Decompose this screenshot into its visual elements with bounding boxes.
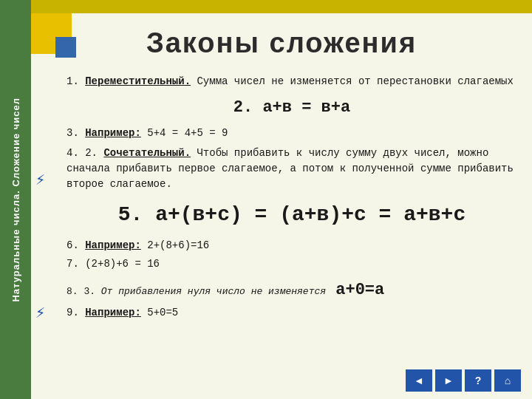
- lightning-icon-1: ⚡: [35, 170, 45, 190]
- page-title: Законы сложения: [146, 27, 417, 59]
- item3-text: 5+4 = 4+5 = 9: [141, 127, 228, 139]
- lightning-icon-2: ⚡: [35, 303, 45, 323]
- item8-label: 8. 3.: [66, 286, 101, 297]
- content-area: 1. Переместительный. Сумма чисел не изме…: [66, 74, 517, 355]
- item-9: 9. Например: 5+0=5: [66, 305, 517, 321]
- left-bar: Натуральные числа. Сложение чисел: [0, 0, 31, 399]
- item-1: 1. Переместительный. Сумма чисел не изме…: [66, 74, 517, 89]
- item9-text: 5+0=5: [141, 307, 178, 318]
- item9-label: 9.: [66, 307, 85, 318]
- item4-label: 4. 2.: [66, 147, 103, 159]
- item3-underline: Например:: [85, 127, 141, 139]
- item1-bold: Переместительный.: [85, 75, 191, 87]
- item-3: 3. Например: 5+4 = 4+5 = 9: [66, 126, 517, 141]
- item8-italic: От прибавления нуля число не изменяется: [101, 286, 326, 297]
- home-button[interactable]: ⌂: [494, 369, 521, 392]
- slide: Натуральные числа. Сложение чисел Законы…: [0, 0, 532, 399]
- blue-accent: [55, 37, 76, 58]
- prev-button[interactable]: ◄: [406, 369, 432, 392]
- nav-buttons: ◄ ► ? ⌂: [406, 369, 521, 392]
- top-bar: [31, 0, 532, 13]
- item6-label: 6.: [66, 239, 85, 251]
- item-4: 4. 2. Сочетательный. Чтобы прибавить к ч…: [66, 146, 517, 192]
- item4-bold: Сочетательный.: [103, 147, 191, 159]
- left-bar-label: Натуральные числа. Сложение чисел: [10, 98, 21, 302]
- item-8: 8. 3. От прибавления нуля число не измен…: [66, 278, 517, 302]
- question-button[interactable]: ?: [465, 369, 491, 392]
- item8-big: а+0=а: [326, 281, 384, 299]
- item6-text: 2+(8+6)=16: [141, 239, 209, 251]
- item6-underline: Например:: [85, 239, 141, 251]
- item-7: 7. (2+8)+6 = 16: [66, 256, 517, 272]
- title-section: Законы сложения: [31, 13, 532, 72]
- next-button[interactable]: ►: [435, 369, 462, 392]
- item-2-formula: 2. а+в = в+а: [66, 95, 517, 120]
- item1-label: 1.: [66, 75, 85, 87]
- item-6: 6. Например: 2+(8+6)=16: [66, 238, 517, 253]
- item9-underline: Например:: [85, 307, 141, 318]
- item1-text: Сумма чисел не изменяется от перестановк…: [191, 75, 514, 87]
- item-5-formula: 5. а+(в+с) = (а+в)+с = а+в+с: [66, 200, 517, 231]
- item3-label: 3.: [66, 127, 85, 139]
